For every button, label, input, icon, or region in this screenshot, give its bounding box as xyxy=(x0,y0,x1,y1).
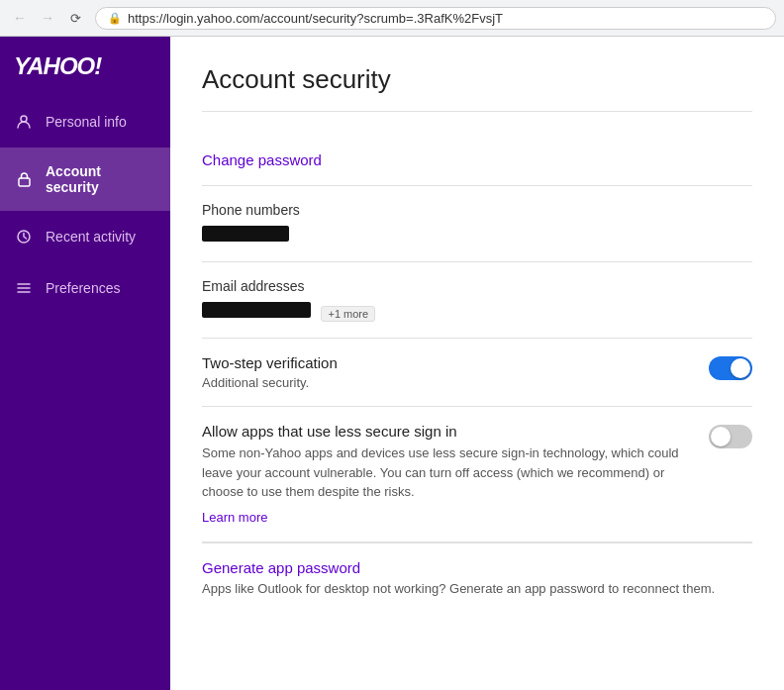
generate-password-link[interactable]: Generate app password xyxy=(202,559,360,576)
lock-sidebar-icon xyxy=(14,169,34,189)
two-step-info: Two-step verification Additional securit… xyxy=(202,354,709,390)
learn-more-link[interactable]: Learn more xyxy=(202,510,267,525)
main-content: Account security Change password Phone n… xyxy=(170,37,784,690)
less-secure-title: Allow apps that use less secure sign in xyxy=(202,423,689,440)
sidebar-item-label-preferences: Preferences xyxy=(46,280,120,296)
yahoo-logo-text: YAHOO! xyxy=(14,52,101,80)
two-step-toggle[interactable] xyxy=(709,356,752,380)
two-step-thumb xyxy=(731,358,750,378)
sidebar-item-label-account-security: Account security xyxy=(46,163,156,195)
email-addresses-section: Email addresses +1 more xyxy=(202,262,752,339)
lock-icon: 🔒 xyxy=(108,12,122,25)
email-address-values: +1 more xyxy=(202,302,752,322)
less-secure-desc: Some non-Yahoo apps and devices use less… xyxy=(202,444,689,502)
phone-numbers-section: Phone numbers xyxy=(202,186,752,262)
browser-chrome: ← → ⟳ 🔒 xyxy=(0,0,784,37)
app-container: YAHOO! Personal info xyxy=(0,37,784,690)
email-addresses-label: Email addresses xyxy=(202,278,752,294)
two-step-track[interactable] xyxy=(709,356,752,380)
phone-redacted xyxy=(202,226,289,242)
change-password-section: Change password xyxy=(202,136,752,186)
svg-rect-1 xyxy=(19,178,30,186)
phone-numbers-label: Phone numbers xyxy=(202,202,752,218)
generate-password-desc: Apps like Outlook for desktop not workin… xyxy=(202,581,752,596)
list-icon xyxy=(14,278,34,298)
sidebar-item-account-security[interactable]: Account security xyxy=(0,148,170,211)
sidebar: YAHOO! Personal info xyxy=(0,37,170,690)
two-step-title: Two-step verification xyxy=(202,354,689,371)
person-icon xyxy=(14,112,34,132)
two-step-verification-row: Two-step verification Additional securit… xyxy=(202,339,752,407)
phone-number-value xyxy=(202,226,752,246)
svg-point-0 xyxy=(21,116,27,122)
sidebar-item-recent-activity[interactable]: Recent activity xyxy=(0,211,170,262)
less-secure-info: Allow apps that use less secure sign in … xyxy=(202,423,709,526)
less-secure-track[interactable] xyxy=(709,425,752,448)
plus-more-badge[interactable]: +1 more xyxy=(321,306,375,322)
clock-icon xyxy=(14,227,34,246)
less-secure-toggle[interactable] xyxy=(709,425,752,448)
less-secure-row: Allow apps that use less secure sign in … xyxy=(202,407,752,542)
page-title: Account security xyxy=(202,64,752,112)
sidebar-item-label-recent-activity: Recent activity xyxy=(46,229,136,245)
refresh-button[interactable]: ⟳ xyxy=(63,6,87,30)
two-step-desc: Additional security. xyxy=(202,375,689,390)
less-secure-thumb xyxy=(711,427,731,446)
url-input[interactable] xyxy=(128,11,763,26)
browser-toolbar: ← → ⟳ 🔒 xyxy=(0,0,784,36)
back-button[interactable]: ← xyxy=(8,6,32,30)
address-bar[interactable]: 🔒 xyxy=(95,7,776,30)
sidebar-item-preferences[interactable]: Preferences xyxy=(0,262,170,314)
email-redacted xyxy=(202,302,311,318)
change-password-link[interactable]: Change password xyxy=(202,151,322,168)
sidebar-logo: YAHOO! xyxy=(0,37,170,92)
sidebar-item-label-personal-info: Personal info xyxy=(46,114,127,130)
forward-button[interactable]: → xyxy=(36,6,59,30)
generate-password-section: Generate app password Apps like Outlook … xyxy=(202,542,752,612)
nav-buttons: ← → ⟳ xyxy=(8,6,87,30)
sidebar-nav: Personal info Account security xyxy=(0,96,170,314)
sidebar-item-personal-info[interactable]: Personal info xyxy=(0,96,170,148)
